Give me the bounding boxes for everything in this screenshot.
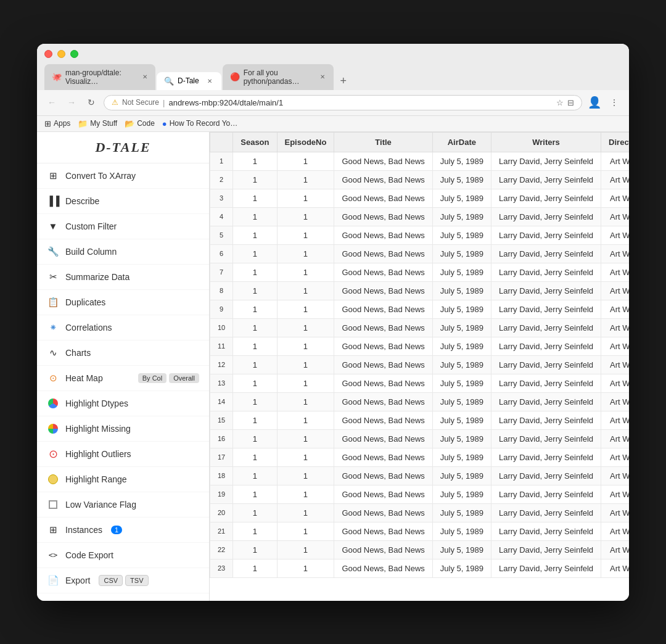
table-row[interactable]: 1 1 1 Good News, Bad News July 5, 1989 L…	[210, 152, 630, 170]
table-row[interactable]: 12 1 1 Good News, Bad News July 5, 1989 …	[210, 355, 630, 374]
table-row[interactable]: 18 1 1 Good News, Bad News July 5, 1989 …	[210, 466, 630, 485]
sidebar-item-highlight-dtypes[interactable]: Highlight Dtypes	[37, 391, 209, 416]
cell-airdate: July 5, 1989	[432, 392, 491, 411]
table-row[interactable]: 16 1 1 Good News, Bad News July 5, 1989 …	[210, 429, 630, 448]
url-bar[interactable]: ⚠ Not Secure | andrews-mbp:9204/dtale/ma…	[104, 95, 582, 110]
table-row[interactable]: 6 1 1 Good News, Bad News July 5, 1989 L…	[210, 244, 630, 263]
cell-title: Good News, Bad News	[334, 559, 432, 577]
col-header-airdate[interactable]: AirDate	[432, 132, 491, 152]
table-row[interactable]: 3 1 1 Good News, Bad News July 5, 1989 L…	[210, 189, 630, 207]
table-row[interactable]: 9 1 1 Good News, Bad News July 5, 1989 L…	[210, 300, 630, 318]
cell-director: Art Wolf	[601, 559, 629, 577]
sidebar-item-low-variance[interactable]: Low Variance Flag	[37, 492, 209, 518]
col-header-season[interactable]: Season	[233, 132, 277, 152]
cell-airdate: July 5, 1989	[432, 318, 491, 337]
table-row[interactable]: 7 1 1 Good News, Bad News July 5, 1989 L…	[210, 263, 630, 281]
tab-dtale-close[interactable]: ✕	[205, 76, 214, 85]
new-tab-button[interactable]: +	[335, 73, 352, 90]
sidebar-item-charts[interactable]: ∿ Charts	[37, 341, 209, 366]
col-header-director[interactable]: Director	[601, 132, 629, 152]
tab-reddit[interactable]: 🔴 For all you python/pandas… ✕	[223, 64, 334, 90]
table-row[interactable]: 10 1 1 Good News, Bad News July 5, 1989 …	[210, 318, 630, 337]
sidebar-item-code-export[interactable]: <> Code Export	[37, 543, 209, 568]
profile-button[interactable]: 👤	[587, 95, 602, 110]
back-button[interactable]: ←	[44, 95, 59, 110]
describe-label: Describe	[65, 196, 99, 206]
table-row[interactable]: 8 1 1 Good News, Bad News July 5, 1989 L…	[210, 281, 630, 300]
table-row[interactable]: 22 1 1 Good News, Bad News July 5, 1989 …	[210, 540, 630, 559]
table-row[interactable]: 2 1 1 Good News, Bad News July 5, 1989 L…	[210, 170, 630, 189]
sidebar-item-heat-map[interactable]: ⊙ Heat Map By Col Overall	[37, 366, 209, 391]
tab-github-close[interactable]: ✕	[141, 73, 148, 81]
convert-xarray-icon: ⊞	[47, 170, 59, 182]
col-header-episodeno[interactable]: EpisodeNo	[277, 132, 334, 152]
sidebar-item-summarize[interactable]: ✂ Summarize Data	[37, 265, 209, 290]
table-row[interactable]: 13 1 1 Good News, Bad News July 5, 1989 …	[210, 374, 630, 392]
sidebar-item-correlations[interactable]: ⁕ Correlations	[37, 315, 209, 341]
table-row[interactable]: 11 1 1 Good News, Bad News July 5, 1989 …	[210, 337, 630, 355]
minimize-button[interactable]	[57, 50, 65, 58]
cell-director: Art Wolf	[601, 337, 629, 355]
maximize-button[interactable]	[70, 50, 78, 58]
data-area[interactable]: Season EpisodeNo Title AirDate Writers D…	[210, 132, 629, 601]
table-row[interactable]: 23 1 1 Good News, Bad News July 5, 1989 …	[210, 559, 630, 577]
sidebar-item-instances[interactable]: ⊞ Instances 1	[37, 518, 209, 543]
table-row[interactable]: 20 1 1 Good News, Bad News July 5, 1989 …	[210, 503, 630, 522]
by-col-badge[interactable]: By Col	[138, 373, 166, 383]
cell-season: 1	[233, 263, 277, 281]
sidebar-item-convert-xarray[interactable]: ⊞ Convert To XArray	[37, 163, 209, 189]
cell-airdate: July 5, 1989	[432, 226, 491, 244]
tab-github[interactable]: 🐙 man-group/dtale: Visualiz… ✕	[44, 64, 155, 90]
sidebar-item-describe[interactable]: ▐▐ Describe	[37, 189, 209, 214]
cell-title: Good News, Bad News	[334, 485, 432, 503]
tab-reddit-close[interactable]: ✕	[319, 73, 326, 81]
table-row[interactable]: 5 1 1 Good News, Bad News July 5, 1989 L…	[210, 226, 630, 244]
sidebar-item-load-data[interactable]: ⬆ Load Data	[37, 593, 209, 601]
forward-button[interactable]: →	[64, 95, 79, 110]
sidebar-item-build-column[interactable]: 🔧 Build Column	[37, 239, 209, 265]
table-row[interactable]: 17 1 1 Good News, Bad News July 5, 1989 …	[210, 448, 630, 466]
cell-title: Good News, Bad News	[334, 540, 432, 559]
cell-airdate: July 5, 1989	[432, 429, 491, 448]
bookmark-howto[interactable]: ● How To Record Yo…	[162, 119, 237, 128]
table-row[interactable]: 21 1 1 Good News, Bad News July 5, 1989 …	[210, 522, 630, 540]
bookmark-apps[interactable]: ⊞ Apps	[44, 119, 70, 128]
sidebar-item-highlight-range[interactable]: Highlight Range	[37, 467, 209, 492]
address-bar: ← → ↻ ⚠ Not Secure | andrews-mbp:9204/dt…	[37, 90, 629, 116]
col-header-title[interactable]: Title	[334, 132, 432, 152]
cell-season: 1	[233, 466, 277, 485]
cell-airdate: July 5, 1989	[432, 355, 491, 374]
sidebar-item-duplicates[interactable]: 📋 Duplicates	[37, 290, 209, 315]
cell-director: Art Wolf	[601, 263, 629, 281]
tsv-button[interactable]: TSV	[125, 575, 148, 586]
export-label: Export	[65, 576, 90, 585]
cell-season: 1	[233, 540, 277, 559]
menu-button[interactable]: ⋮	[607, 95, 622, 110]
bookmark-mystuff-label: My Stuff	[90, 119, 117, 128]
sidebar-item-highlight-missing[interactable]: Highlight Missing	[37, 416, 209, 442]
bookmark-code[interactable]: 📂 Code	[125, 119, 155, 128]
summarize-icon: ✂	[47, 271, 59, 283]
bookmark-mystuff[interactable]: 📁 My Stuff	[78, 119, 117, 128]
overall-badge[interactable]: Overall	[169, 373, 199, 383]
cell-airdate: July 5, 1989	[432, 448, 491, 466]
bookmark-star-icon[interactable]: ☆	[556, 98, 564, 107]
refresh-button[interactable]: ↻	[84, 95, 99, 110]
table-row[interactable]: 4 1 1 Good News, Bad News July 5, 1989 L…	[210, 207, 630, 226]
cell-season: 1	[233, 244, 277, 263]
sidebar-item-highlight-outliers[interactable]: ⊙ Highlight Outliers	[37, 442, 209, 467]
cell-director: Art Wolf	[601, 189, 629, 207]
col-header-writers[interactable]: Writers	[491, 132, 601, 152]
cast-icon[interactable]: ⊟	[567, 98, 574, 107]
tab-dtale[interactable]: 🔍 D-Tale ✕	[157, 72, 221, 90]
csv-button[interactable]: CSV	[99, 575, 123, 586]
table-row[interactable]: 19 1 1 Good News, Bad News July 5, 1989 …	[210, 485, 630, 503]
sidebar-item-custom-filter[interactable]: ▼ Custom Filter	[37, 214, 209, 239]
sidebar-item-export[interactable]: 📄 Export CSV TSV Download DataFrame as C…	[37, 568, 209, 593]
correlations-label: Correlations	[65, 323, 112, 332]
close-button[interactable]	[44, 50, 52, 58]
table-row[interactable]: 14 1 1 Good News, Bad News July 5, 1989 …	[210, 392, 630, 411]
table-row[interactable]: 15 1 1 Good News, Bad News July 5, 1989 …	[210, 411, 630, 429]
low-variance-icon	[47, 498, 59, 511]
bookmark-howto-label: How To Record Yo…	[170, 119, 238, 128]
